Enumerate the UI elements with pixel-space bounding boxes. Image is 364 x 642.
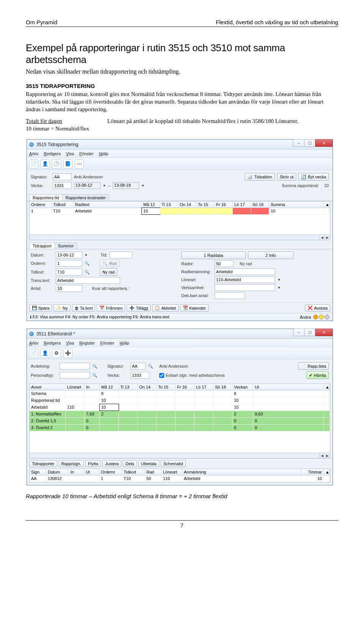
vecka-input[interactable] (53, 182, 72, 189)
table-row[interactable]: Rapporterad tid1010 (30, 397, 330, 404)
dropdown-icon[interactable]: ▼ (85, 253, 88, 257)
col-ordernr[interactable]: Ordernr (99, 469, 122, 475)
col-ordernr[interactable]: Ordernr (30, 201, 52, 208)
dropdown-icon[interactable]: ▼ (103, 184, 106, 187)
dropdown-icon[interactable]: ▼ (278, 286, 281, 290)
col-tidkod[interactable]: Tidkod (52, 201, 74, 208)
col-radtext[interactable]: Radtext (74, 201, 142, 208)
col-ut[interactable]: Ut (84, 469, 99, 475)
table-row[interactable]: Schema88 (30, 390, 330, 397)
date-to[interactable]: 13-08-18 (113, 182, 139, 189)
titlebar[interactable]: P 3515 Tidrapportering ─ ☐ ✕ (27, 140, 333, 149)
radnr-input[interactable] (215, 260, 234, 267)
col-timmar[interactable]: Timmar (301, 469, 324, 475)
menu-redigera[interactable]: Redigera (44, 341, 61, 345)
table-row[interactable]: AA 130812 1 T10 50 110 Arbetstid 10 (30, 475, 330, 482)
scroll-left-icon[interactable]: ◀ (319, 235, 325, 240)
scroll-left-icon[interactable]: ◀ (319, 453, 325, 458)
menu-bar[interactable]: Arkiv Redigera Visa Register Fönster Hjä… (27, 339, 333, 347)
tool-user-icon[interactable]: 👤 (41, 159, 50, 168)
flytta-button[interactable]: Flytta (85, 460, 101, 467)
rapplista-button[interactable]: 📄 Rapp.lista (298, 362, 329, 370)
date-from[interactable]: 13-08-12 (74, 182, 100, 189)
tool-user-icon[interactable]: 👤 (41, 349, 50, 358)
col-so[interactable]: Sö 18 (213, 384, 232, 390)
scroll-up-icon[interactable]: ▲ (324, 469, 330, 475)
col-ma[interactable]: Må 12 (100, 384, 119, 390)
hamta-button[interactable]: ✔ Hämta (306, 371, 329, 379)
tool-doc-icon[interactable]: 📄 (29, 349, 38, 358)
raddata-button[interactable]: 1 Raddata (181, 252, 246, 259)
col-sign[interactable]: Sign (30, 469, 46, 475)
tool-doc-icon[interactable]: 📄 (29, 159, 38, 168)
col-ti[interactable]: Ti 13 (119, 384, 138, 390)
table-row[interactable]: 2. Övertid 1,5000 (30, 418, 330, 425)
signatur-input[interactable] (53, 173, 72, 180)
table-row[interactable]: 1 T10 Arbetstid 10 10 (30, 208, 330, 215)
table-row[interactable]: 3. Övertid 2000 (30, 425, 330, 431)
col-on[interactable]: On 14 (138, 384, 157, 390)
scroll-right-icon[interactable]: ▶ (325, 235, 330, 240)
tab-summor[interactable]: Summor (55, 242, 77, 249)
maximize-button[interactable]: ☐ (304, 139, 315, 147)
tidrapporter-button[interactable]: Tidrapporter (29, 460, 57, 467)
justera-button[interactable]: Justera (102, 460, 121, 467)
schematid-button[interactable]: Schematid (161, 460, 186, 467)
search-icon[interactable]: 🔍 (85, 270, 90, 275)
utbetala-button[interactable]: Utbetala (138, 460, 159, 467)
personaltyp-input[interactable] (60, 372, 90, 379)
dropdown-icon[interactable]: ▼ (278, 278, 281, 282)
search-icon[interactable]: 🔍 (85, 261, 90, 266)
rappsign-button[interactable]: Rapp/sign. (59, 460, 84, 467)
tool-clock-icon[interactable]: 🕐 (52, 159, 61, 168)
col-lo[interactable]: Lö 17 (195, 384, 213, 390)
franvaro-button[interactable]: 📅 Frånvaro (97, 304, 125, 312)
bytvecka-button[interactable]: 🔄 Byt vecka (298, 173, 329, 181)
col-veckan[interactable]: Veckan (232, 384, 253, 390)
col-datum[interactable]: Datum (46, 469, 69, 475)
col-lo[interactable]: Lö 17 (233, 201, 251, 208)
col-avser[interactable]: Avser (30, 384, 66, 390)
menu-hjalp[interactable]: Hjälp (99, 151, 108, 156)
col-summa[interactable]: Summa (269, 201, 324, 208)
col-ti[interactable]: Ti 13 (160, 201, 178, 208)
col-in[interactable]: In (85, 384, 100, 390)
kalender-button[interactable]: 📆 Kalender (180, 304, 209, 312)
table-row[interactable]: Arbetstid1101010 (30, 404, 330, 411)
minimize-button[interactable]: ─ (293, 139, 304, 147)
tool-plus-icon[interactable]: ➕ (63, 349, 72, 358)
tool-book-icon[interactable]: 📘 (63, 159, 72, 168)
verk-input[interactable] (215, 284, 275, 291)
col-ut[interactable]: Ut (253, 384, 324, 390)
scroll-right-icon[interactable]: ▶ (325, 453, 330, 458)
close-button[interactable]: ✕ (315, 139, 333, 147)
menu-register[interactable]: Register (79, 341, 95, 345)
datum-input[interactable] (56, 252, 82, 258)
ordernr-input[interactable] (56, 260, 82, 267)
spara-button[interactable]: 💾 Spara (29, 304, 52, 312)
deb-input[interactable] (215, 292, 245, 299)
tool-gear-icon[interactable]: ⚙ (52, 349, 61, 358)
menu-arkiv[interactable]: Arkiv (29, 341, 38, 345)
nyrad-button[interactable]: Ny rad (100, 268, 117, 276)
tab-tidrapport[interactable]: Tidrapport (29, 242, 55, 249)
avdelning-input[interactable] (60, 363, 90, 370)
tillagg-button[interactable]: ➕ Tillägg (127, 304, 151, 312)
scroll-up-icon[interactable]: ▲ (324, 384, 330, 390)
vecka-input[interactable] (130, 372, 149, 379)
aktivitet-button[interactable]: 📋 Aktivitet (152, 304, 179, 312)
tool-more-icon[interactable]: ⋯ (75, 159, 84, 168)
dela-button[interactable]: Dela (123, 460, 137, 467)
tidsaldon-button[interactable]: 📊 Tidsaldon (245, 173, 275, 181)
col-loneart[interactable]: Löneart (66, 384, 85, 390)
antal-input[interactable] (56, 285, 82, 292)
signatur-input[interactable] (130, 363, 146, 370)
loneart-input[interactable] (215, 276, 275, 283)
menu-visa[interactable]: Visa (66, 341, 74, 345)
enbart-checkbox[interactable] (159, 373, 164, 378)
col-loneart[interactable]: Löneart (162, 469, 182, 475)
col-in[interactable]: In (69, 469, 84, 475)
tab-rapportera-kostnader[interactable]: Rapportera kostnader (62, 194, 109, 201)
radben-input[interactable] (215, 268, 275, 275)
menu-hjalp[interactable]: Hjälp (120, 341, 129, 345)
